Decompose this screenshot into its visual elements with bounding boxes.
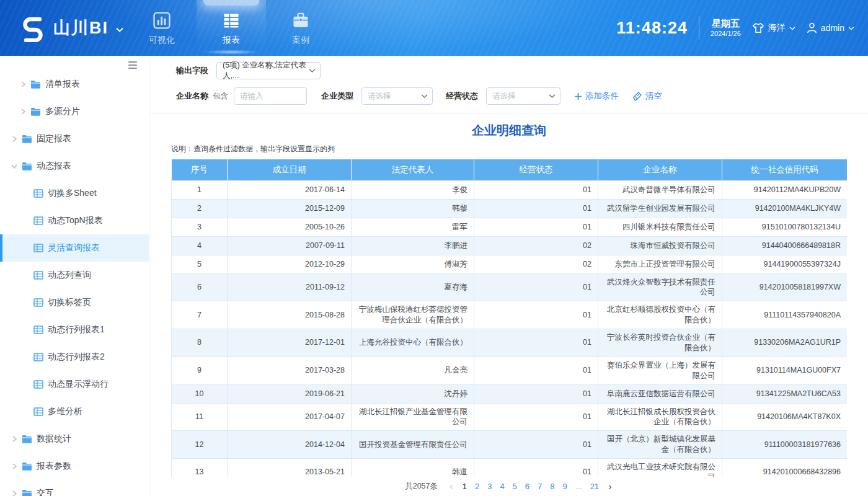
table-cell: 01 [474, 459, 598, 477]
sidebar-item-3[interactable]: 动态报表 [0, 153, 149, 180]
sidebar-item-9[interactable]: 动态行列报表1 [0, 316, 149, 343]
status-placeholder: 请选择 [492, 91, 516, 102]
table-cell: 国开投资基金管理有限责任公司 [352, 431, 474, 459]
sidebar-item-1[interactable]: 多源分片 [0, 98, 149, 125]
table-cell: 01 [474, 301, 598, 329]
sidebar-item-0[interactable]: 清单报表 [0, 71, 149, 98]
output-field-value: (5项) 企业名称,法定代表人,... [223, 60, 306, 81]
sidebar-item-4[interactable]: 切换多Sheet [0, 180, 149, 207]
table-cell: 阜南鹿云亚信数据运营有限公司 [598, 384, 722, 403]
table-cell: 10 [172, 384, 228, 403]
table-cell: 91420106MA4KT87K0X [722, 403, 848, 431]
pagination-page-8[interactable]: 8 [550, 482, 554, 491]
chevron-down-icon [11, 163, 17, 169]
table-cell: 01 [474, 403, 598, 431]
report-table-icon [221, 11, 241, 30]
table-cell: 宁波梅山保税港红杉荟德投资管理合伙企业（有限合伙） [352, 301, 474, 329]
sidebar-item-label: 动态行列报表1 [48, 324, 105, 335]
sidebar-item-6[interactable]: 灵活查询报表 [0, 234, 149, 262]
nav-item-cases[interactable]: 案例 [266, 0, 335, 56]
company-type-select[interactable]: 请选择 [361, 87, 433, 105]
sidebar-item-11[interactable]: 动态显示浮动行 [0, 371, 149, 398]
sidebar-item-10[interactable]: 动态行列报表2 [0, 343, 149, 371]
sidebar-item-12[interactable]: 多维分析 [0, 398, 149, 425]
sidebar-item-label: 灵活查询报表 [48, 242, 100, 254]
table-cell: 2 [172, 199, 228, 218]
sidebar-item-15[interactable]: 交互 [0, 480, 149, 496]
sidebar-menu: 清单报表多源分片固定报表动态报表切换多Sheet动态TopN报表灵活查询报表动态… [0, 56, 149, 496]
theme-dropdown[interactable]: 海洋 [752, 22, 795, 33]
sidebar-item-14[interactable]: 报表参数 [0, 453, 149, 480]
clock-weekday: 星期五 [711, 18, 741, 30]
table-cell: 武汉烽火众智数字技术有限责任公司 [598, 273, 722, 301]
table-row: 52012-10-29傅淑芳02东莞市上正投资管理有限公司91441900055… [172, 255, 848, 273]
chevron-right-icon [20, 81, 26, 87]
sidebar-item-13[interactable]: 数据统计 [0, 425, 149, 453]
user-icon [807, 22, 817, 33]
clock-day: 2024/1/26 [711, 30, 741, 38]
table-cell: 01 [474, 180, 598, 199]
nav-label: 可视化 [149, 35, 175, 46]
pagination-next-icon[interactable]: › [607, 481, 613, 492]
table-cell: 2012-10-29 [228, 255, 352, 273]
table-cell: 2015-12-09 [228, 199, 352, 218]
table-cell: 7 [172, 301, 228, 329]
table-row: 102019-06-21沈丹婷01阜南鹿云亚信数据运营有限公司91341225M… [172, 384, 848, 403]
table-row: 92017-03-28凡金亮01赛伯乐众界置业（上海）发展有限公司9131011… [172, 356, 848, 384]
pagination-page-4[interactable]: 4 [500, 482, 504, 491]
pagination-page-5[interactable]: 5 [513, 482, 517, 491]
sidebar-item-5[interactable]: 动态TopN报表 [0, 207, 149, 234]
table-cell: 01 [474, 329, 598, 357]
clear-button[interactable]: 清空 [632, 91, 662, 102]
pagination-page-2[interactable]: 2 [475, 482, 479, 491]
chevron-right-icon [11, 490, 17, 496]
table-cell: 9142010058181997XW [722, 273, 848, 301]
column-header-3: 经营状态 [474, 159, 598, 180]
status-select[interactable]: 请选择 [486, 87, 560, 105]
nav-item-reports[interactable]: 报表 [197, 0, 266, 56]
user-label: admin [821, 23, 844, 33]
sidebar-item-label: 数据统计 [37, 433, 71, 445]
table-cell: 武汉光电工业技术研究院有限公司 [598, 459, 722, 477]
table-cell: 01 [474, 384, 598, 403]
table-cell: 13 [172, 459, 228, 477]
pagination-page-3[interactable]: 3 [487, 482, 492, 491]
company-name-input[interactable] [234, 87, 307, 105]
add-condition-button[interactable]: 添加条件 [574, 91, 619, 102]
sidebar-item-label: 固定报表 [37, 133, 71, 144]
sidebar-item-label: 清单报表 [45, 79, 80, 90]
table-cell: 91330206MA2AG1UR1P [722, 329, 848, 357]
pagination-prev-icon[interactable]: ‹ [448, 481, 454, 492]
column-header-4: 企业名称 [598, 159, 722, 180]
pagination-page-7[interactable]: 7 [538, 482, 542, 491]
divider [699, 16, 699, 40]
table-cell: 李俊 [352, 180, 474, 199]
main-content: 输出字段 (5项) 企业名称,法定代表人,... 企业名称 包含 企业类型 请选… [150, 56, 868, 496]
add-condition-label: 添加条件 [585, 91, 619, 102]
nav-item-visualization[interactable]: 可视化 [127, 0, 197, 56]
user-dropdown[interactable]: admin [807, 22, 854, 33]
report-table: 序号成立日期法定代表人经营状态企业名称统一社会信用代码 12017-06-14李… [171, 159, 847, 477]
sidebar-item-8[interactable]: 切换标签页 [0, 289, 149, 316]
table-header-row: 序号成立日期法定代表人经营状态企业名称统一社会信用代码 [172, 159, 848, 180]
table-cell: 2017-03-28 [228, 356, 352, 384]
pagination-page-21[interactable]: 21 [590, 482, 599, 491]
table-cell: 北京红杉顺德股权投资中心（有限合伙） [598, 301, 722, 329]
logo-text: 山川BI [53, 17, 108, 39]
sidebar-item-7[interactable]: 动态列查询 [0, 262, 149, 289]
sidebar-item-2[interactable]: 固定报表 [0, 125, 149, 153]
table-cell: 11 [172, 403, 228, 431]
sidebar-item-label: 报表参数 [37, 461, 71, 472]
table-cell: 4 [172, 236, 228, 255]
collapse-menu-icon[interactable] [127, 58, 138, 72]
app-logo[interactable]: 山川BI [19, 14, 123, 42]
shirt-icon [752, 22, 764, 33]
folder-icon [22, 435, 32, 443]
table-cell: 2013-05-21 [228, 459, 352, 477]
pagination-page-6[interactable]: 6 [525, 482, 529, 491]
company-type-placeholder: 请选择 [368, 91, 391, 102]
pagination-page-1[interactable]: 1 [463, 482, 467, 491]
pagination-page-9[interactable]: 9 [563, 482, 567, 491]
output-field-select[interactable]: (5项) 企业名称,法定代表人,... [216, 62, 321, 79]
table-cell: 5 [172, 255, 228, 273]
